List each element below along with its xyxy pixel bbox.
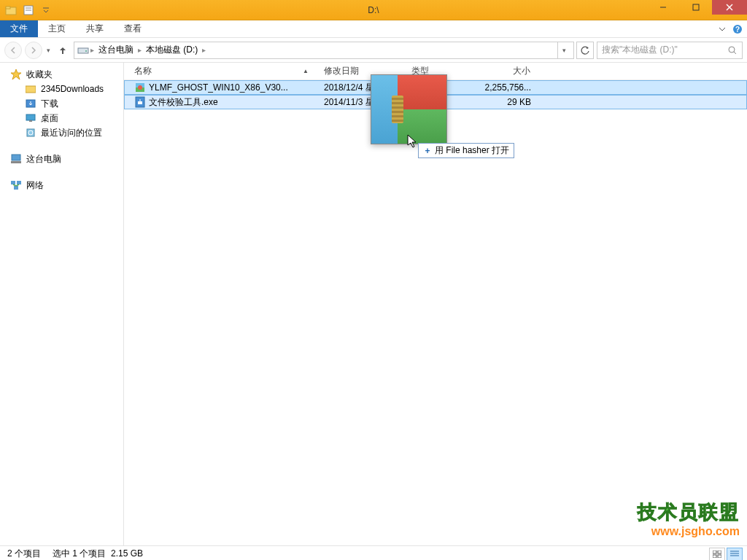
computer-icon	[10, 153, 22, 165]
close-button[interactable]	[712, 0, 747, 15]
properties-icon[interactable]	[20, 2, 36, 18]
column-size[interactable]: 大小	[471, 65, 537, 77]
sidebar-item-label: 网络	[26, 179, 44, 192]
breadcrumb-pc[interactable]: 这台电脑	[96, 44, 136, 56]
chevron-right-icon[interactable]: ▸	[90, 46, 94, 54]
window-title: D:\	[368, 5, 379, 15]
drag-preview	[371, 74, 447, 144]
svg-rect-34	[713, 555, 716, 558]
sidebar-item-downloads1[interactable]: 2345Downloads	[0, 82, 123, 96]
sidebar-item-downloads2[interactable]: 下载	[0, 96, 123, 111]
svg-rect-19	[29, 120, 32, 122]
forward-button[interactable]	[25, 42, 42, 59]
tab-share[interactable]: 共享	[76, 20, 114, 37]
view-thumbnails-button[interactable]	[709, 548, 725, 561]
view-mode-switcher	[709, 548, 743, 561]
refresh-button[interactable]	[576, 42, 594, 59]
plus-icon: +	[423, 147, 432, 155]
folder-icon	[25, 83, 36, 95]
sidebar-item-label: 桌面	[41, 112, 58, 125]
minimize-button[interactable]	[646, 0, 679, 15]
network-icon	[10, 179, 22, 191]
sort-indicator-icon: ▲	[303, 68, 309, 74]
status-item-count: 2 个项目	[7, 548, 41, 560]
recent-icon	[25, 127, 36, 139]
download-icon	[25, 98, 36, 109]
sidebar-network[interactable]: 网络	[0, 178, 123, 192]
sidebar-favorites[interactable]: 收藏夹	[0, 67, 123, 82]
column-name[interactable]: 名称▲	[128, 65, 318, 77]
file-tab[interactable]: 文件	[0, 20, 38, 37]
svg-rect-25	[17, 181, 21, 184]
file-list-pane: 名称▲ 修改日期 类型 大小 YLMF_GHOST_WIN10_X86_V30.…	[124, 63, 747, 545]
svg-rect-26	[14, 186, 18, 190]
ribbon-help-area: ?	[718, 20, 743, 37]
exe-file-icon	[134, 96, 146, 108]
breadcrumb[interactable]: ▸ 这台电脑 ▸ 本地磁盘 (D:) ▸ ▾	[74, 42, 574, 59]
navigation-pane: 收藏夹 2345Downloads 下载 桌面 最近访问的位置 这台电	[0, 63, 124, 545]
svg-point-14	[729, 47, 735, 52]
ribbon-tabs: 文件 主页 共享 查看 ?	[0, 20, 747, 38]
tooltip-text: 用 File hasher 打开	[435, 144, 509, 157]
window-titlebar: D:\	[0, 0, 747, 20]
status-selection: 选中 1 个项目 2.15 GB	[53, 548, 143, 560]
folder-icon	[3, 2, 19, 18]
svg-rect-33	[718, 551, 721, 553]
svg-rect-24	[11, 181, 15, 184]
svg-rect-18	[26, 114, 35, 120]
search-icon	[727, 45, 738, 55]
svg-rect-7	[693, 4, 699, 10]
search-input[interactable]: 搜索"本地磁盘 (D:)"	[597, 42, 743, 59]
file-size: 2,255,756...	[471, 82, 537, 93]
svg-point-13	[85, 50, 87, 52]
svg-rect-22	[12, 155, 20, 160]
svg-rect-16	[26, 86, 36, 93]
sidebar-thispc[interactable]: 这台电脑	[0, 152, 123, 166]
back-button[interactable]	[4, 42, 22, 59]
iso-file-icon	[134, 82, 146, 93]
svg-rect-32	[713, 551, 716, 553]
svg-rect-1	[6, 7, 10, 9]
file-name: YLMF_GHOST_WIN10_X86_V30...	[149, 82, 288, 93]
history-dropdown-icon[interactable]: ▾	[45, 47, 52, 54]
svg-rect-35	[718, 555, 721, 558]
sidebar-item-label: 2345Downloads	[41, 84, 104, 94]
address-bar: ▾ ▸ 这台电脑 ▸ 本地磁盘 (D:) ▸ ▾ 搜索"本地磁盘 (D:)"	[0, 38, 747, 63]
drag-tooltip: + 用 File hasher 打开	[418, 143, 514, 158]
file-size: 29 KB	[471, 97, 537, 107]
search-placeholder: 搜索"本地磁盘 (D:)"	[602, 44, 678, 56]
main-area: 收藏夹 2345Downloads 下载 桌面 最近访问的位置 这台电	[0, 63, 747, 545]
address-dropdown-icon[interactable]: ▾	[557, 42, 570, 59]
up-button[interactable]	[55, 42, 71, 58]
desktop-icon	[25, 112, 36, 124]
status-bar: 2 个项目 选中 1 个项目 2.15 GB	[0, 545, 747, 560]
window-controls	[646, 0, 747, 15]
svg-rect-12	[78, 48, 88, 53]
maximize-button[interactable]	[679, 0, 712, 15]
drive-icon	[77, 46, 89, 55]
breadcrumb-drive[interactable]: 本地磁盘 (D:)	[143, 44, 201, 56]
chevron-right-icon[interactable]: ▸	[138, 46, 142, 54]
expand-ribbon-icon[interactable]	[718, 25, 727, 34]
sidebar-item-label: 收藏夹	[26, 69, 53, 81]
help-icon[interactable]: ?	[732, 24, 743, 34]
file-name: 文件校验工具.exe	[149, 96, 218, 109]
svg-rect-23	[11, 161, 21, 163]
view-details-button[interactable]	[727, 548, 743, 561]
sidebar-item-recent[interactable]: 最近访问的位置	[0, 125, 123, 140]
quick-access-toolbar	[0, 2, 54, 18]
sidebar-item-desktop[interactable]: 桌面	[0, 111, 123, 125]
sidebar-item-label: 下载	[41, 98, 58, 110]
sidebar-item-label: 这台电脑	[26, 153, 61, 166]
star-icon	[10, 69, 22, 80]
svg-text:?: ?	[735, 26, 740, 34]
qat-dropdown-icon[interactable]	[38, 2, 54, 18]
svg-line-15	[734, 52, 736, 54]
sidebar-item-label: 最近访问的位置	[41, 127, 102, 139]
tab-view[interactable]: 查看	[114, 20, 152, 37]
chevron-right-icon[interactable]: ▸	[202, 46, 206, 54]
svg-point-29	[138, 85, 142, 90]
tab-home[interactable]: 主页	[38, 20, 76, 37]
